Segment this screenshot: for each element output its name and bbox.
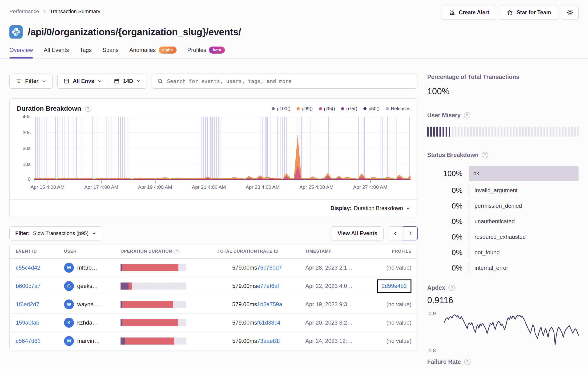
status-row-ok: 100%ok — [427, 166, 578, 181]
status-value: 0% — [427, 217, 462, 226]
table-row: c55c4d42Mmfaro…579.00ms76c760d7Apr 28, 2… — [10, 259, 418, 277]
column-header-label: PROFILE — [392, 249, 411, 254]
column-header-trace-id[interactable]: TRACE ID — [257, 249, 305, 254]
misery-bar-empty — [537, 127, 539, 137]
filter-dropdown[interactable]: Filter — [10, 74, 53, 89]
view-all-events-button[interactable]: View All Events — [331, 226, 384, 240]
status-label: not_found — [474, 249, 500, 256]
legend-item-p99[interactable]: p99() — [297, 106, 313, 111]
help-icon[interactable]: ? — [482, 152, 488, 158]
apdex-chart: 0.9 0.8 — [427, 308, 578, 355]
misery-bar-empty — [519, 127, 521, 137]
date-range-dropdown[interactable]: 14D — [108, 74, 147, 88]
status-row-unauthenticated: 0%unauthenticated — [427, 215, 578, 228]
tab-tags[interactable]: Tags — [80, 47, 92, 58]
operation-duration-bar[interactable] — [121, 301, 186, 308]
user[interactable]: Ggeeks… — [64, 281, 98, 291]
user-misery-title-row: User Misery ? — [427, 112, 578, 119]
misery-bar-empty — [525, 127, 527, 137]
star-for-team-button[interactable]: Star for Team — [500, 5, 558, 20]
event-id-cell: b600c7a7 — [16, 283, 64, 289]
column-header-event-id[interactable]: EVENT ID — [16, 249, 64, 254]
transactions-filter-label: Filter: — [15, 230, 30, 236]
misery-bar-empty — [510, 127, 512, 137]
tab-all-events[interactable]: All Events — [44, 47, 69, 58]
legend-item-p75[interactable]: p75() — [341, 106, 357, 111]
next-page-button[interactable] — [403, 226, 418, 240]
legend-item-p100[interactable]: p100() — [272, 106, 291, 111]
trace-id-link[interactable]: e77ef6af — [257, 283, 279, 289]
trace-id-cell: 76c760d7 — [257, 264, 305, 271]
operation-duration-cell — [121, 319, 204, 326]
total-duration-cell: 579.00ms — [204, 283, 257, 289]
trace-id-link[interactable]: 1b2a759a — [257, 301, 282, 308]
help-icon[interactable]: ? — [464, 359, 471, 365]
tab-label: Tags — [80, 47, 92, 53]
operation-duration-bar[interactable] — [121, 338, 186, 345]
help-icon[interactable]: ? — [464, 112, 470, 119]
legend-item-Releases[interactable]: Releases — [386, 106, 410, 111]
event-id-link[interactable]: c55c4d42 — [16, 264, 40, 271]
display-dropdown[interactable]: Duration Breakdown — [354, 205, 410, 211]
y-tick-label: 40s — [23, 114, 31, 120]
tab-label: Profiles — [187, 47, 206, 53]
legend-item-p95[interactable]: p95() — [319, 106, 335, 111]
display-selector-row: Display: Duration Breakdown — [10, 199, 418, 217]
breadcrumb-performance[interactable]: Performance — [10, 9, 39, 15]
profile-link[interactable]: 2d99e4b2 — [382, 283, 407, 289]
user-misery-title: User Misery — [427, 112, 461, 119]
event-id-link[interactable]: c5647d81 — [16, 338, 41, 344]
status-value: 0% — [427, 248, 462, 257]
transactions-filter-dropdown[interactable]: Filter: Slow Transactions (p95) — [10, 226, 102, 240]
event-id-link[interactable]: 159a0fab — [16, 319, 39, 326]
create-alert-button[interactable]: Create Alert — [442, 5, 496, 20]
tab-overview[interactable]: Overview — [10, 47, 33, 58]
operation-duration-bar[interactable] — [121, 282, 186, 289]
trace-id-link[interactable]: 76c760d7 — [257, 264, 282, 271]
column-header-total-duration[interactable]: TOTAL DURATION — [204, 249, 257, 254]
x-tick-label: Apr 21 4:00 AM — [192, 184, 226, 190]
column-header-label: OPERATION DURATION — [121, 249, 172, 254]
help-icon[interactable]: ? — [448, 285, 455, 291]
settings-button[interactable] — [562, 5, 578, 20]
status-label: internal_error — [474, 265, 508, 271]
misery-bar-empty — [559, 127, 560, 137]
tab-profiles[interactable]: Profilesbeta — [187, 47, 225, 58]
event-id-link[interactable]: 1f6ed2d7 — [16, 301, 39, 308]
misery-bar-empty — [485, 127, 487, 137]
status-row-internal_error: 0%internal_error — [427, 262, 578, 274]
tab-spans[interactable]: Spans — [102, 47, 118, 58]
previous-page-button[interactable] — [388, 226, 403, 240]
status-bar[interactable]: ok — [469, 166, 578, 181]
user[interactable]: Kkzhda… — [64, 318, 98, 328]
column-header-timestamp[interactable]: TIMESTAMP — [305, 249, 375, 254]
x-tick — [209, 180, 209, 183]
operation-duration-bar[interactable] — [121, 264, 186, 271]
chevron-left-icon — [393, 231, 398, 236]
help-icon[interactable]: ? — [174, 249, 180, 254]
tab-anomalies[interactable]: Anomaliesalpha — [129, 47, 177, 58]
misery-bar-empty — [458, 127, 460, 137]
apdex-sparkline — [444, 308, 578, 355]
legend-item-p50[interactable]: p50() — [363, 106, 380, 111]
column-header-user[interactable]: USER — [64, 249, 121, 254]
trace-id-link[interactable]: f61d38c4 — [257, 319, 280, 326]
column-header-operation-duration[interactable]: OPERATION DURATION? — [121, 249, 204, 254]
environment-dropdown[interactable]: All Envs — [58, 74, 108, 88]
user[interactable]: Mmarvin… — [64, 336, 100, 346]
event-id-link[interactable]: b600c7a7 — [16, 283, 41, 289]
user[interactable]: Mmfaro… — [64, 263, 97, 273]
apdex-title-row: Apdex ? — [427, 284, 578, 291]
chart-plot-area[interactable] — [34, 117, 410, 180]
status-row-permission_denied: 0%permission_denied — [427, 200, 578, 212]
column-header-profile[interactable]: PROFILE — [375, 249, 411, 254]
misery-bar-empty — [507, 127, 508, 137]
event-id-cell: c55c4d42 — [16, 264, 64, 271]
column-header-label: USER — [64, 249, 76, 254]
operation-duration-bar[interactable] — [121, 319, 186, 326]
help-icon[interactable]: ? — [85, 106, 91, 112]
user[interactable]: Wwayne.… — [64, 299, 101, 309]
trace-id-link[interactable]: 73aae81f — [257, 338, 281, 344]
avatar: K — [64, 318, 74, 328]
search-input[interactable] — [167, 78, 412, 84]
